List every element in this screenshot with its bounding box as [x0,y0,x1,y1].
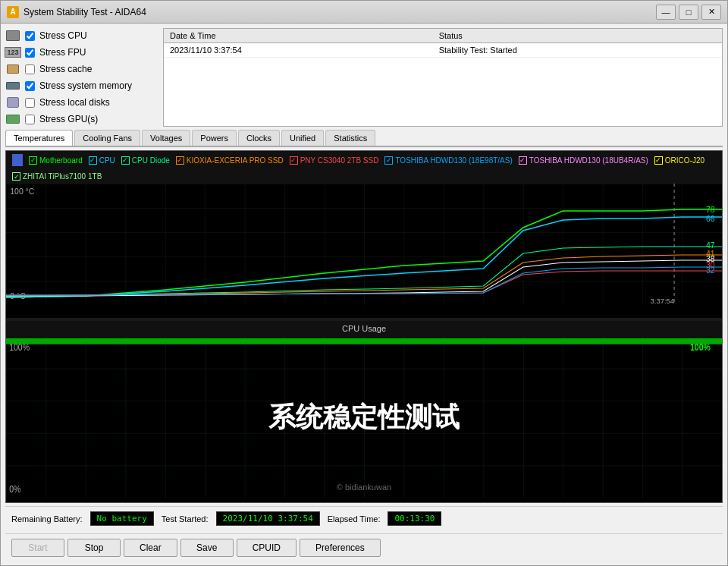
legend-cpu-diode[interactable]: ✓ CPU Diode [121,156,170,165]
stress-memory-checkbox[interactable] [25,81,35,91]
svg-text:100%: 100% [690,341,711,353]
svg-text:100%: 100% [9,341,30,353]
cpuid-button[interactable]: CPUID [237,539,297,557]
stress-cpu-label: Stress CPU [39,30,87,41]
close-button[interactable]: ✕ [701,5,721,20]
legend-kioxia[interactable]: ✓ KIOXIA-EXCERIA PRO SSD [176,156,284,165]
svg-text:32: 32 [706,266,715,275]
svg-rect-13 [6,338,722,344]
svg-text:78: 78 [706,206,715,214]
svg-text:66: 66 [706,215,715,223]
cache-icon [5,63,20,75]
gpu-icon [5,113,20,125]
copyright-text: © bidiankuwan [337,483,391,492]
minimize-button[interactable]: — [656,5,676,20]
tab-voltages[interactable]: Voltages [142,130,190,146]
svg-text:0%: 0% [9,483,20,495]
stress-options-panel: Stress CPU 123 Stress FPU Stress ca [5,28,157,127]
test-started-label: Test Started: [162,514,209,524]
preferences-button[interactable]: Preferences [300,539,381,557]
battery-value: No battery [90,511,154,526]
ram-icon [5,80,20,92]
status-value: Stability Test: Started [433,43,722,58]
svg-text:100 °C: 100 °C [10,187,34,196]
stress-fpu-item: 123 Stress FPU [5,45,157,60]
tab-statistics[interactable]: Statistics [325,130,375,146]
stop-button[interactable]: Stop [67,539,121,557]
start-button[interactable]: Start [11,539,64,557]
save-button[interactable]: Save [180,539,234,557]
stress-memory-item: Stress system memory [5,78,157,93]
temp-graph: 100 °C 0 °C [6,184,722,305]
app-icon: A [7,6,19,18]
svg-text:47: 47 [706,241,715,250]
legend-orico[interactable]: ✓ ORICO-J20 [654,156,704,165]
window-title: System Stability Test - AIDA64 [24,7,656,17]
tab-powers[interactable]: Powers [192,130,237,146]
maximize-button[interactable]: □ [679,5,698,20]
cpu-icon [5,30,20,42]
stress-gpu-checkbox[interactable] [25,115,35,124]
stress-disks-item: Stress local disks [5,95,157,110]
stress-cache-checkbox[interactable] [25,64,35,74]
legend-motherboard[interactable]: ✓ Motherboard [29,156,83,165]
stress-cpu-checkbox[interactable] [25,31,35,41]
legend-pny[interactable]: ✓ PNY CS3040 2TB SSD [290,156,379,165]
main-window: A System Stability Test - AIDA64 — □ ✕ S… [0,0,728,566]
cpu-chart: CPU Usage 100% 100% 0% [6,321,722,502]
cpu-chart-title: CPU Usage [6,321,722,336]
test-started-value: 2023/11/10 3:37:54 [216,511,320,526]
tab-clocks[interactable]: Clocks [238,130,280,146]
tab-cooling-fans[interactable]: Cooling Fans [74,130,140,146]
tabs-bar: Temperatures Cooling Fans Voltages Power… [5,130,723,147]
tab-unified[interactable]: Unified [281,130,324,146]
svg-rect-0 [6,184,722,305]
stress-disks-checkbox[interactable] [25,98,35,108]
stress-cache-item: Stress cache [5,61,157,77]
bottom-status-bar: Remaining Battery: No battery Test Start… [5,506,723,530]
bottom-buttons: Start Stop Clear Save CPUID Preferences [5,533,723,561]
battery-label: Remaining Battery: [11,514,83,524]
legend-toshiba1[interactable]: ✓ TOSHIBA HDWD130 (18E98T/AS) [384,156,512,165]
stress-gpu-item: Stress GPU(s) [5,112,157,127]
title-bar: A System Stability Test - AIDA64 — □ ✕ [1,1,727,24]
elapsed-value: 00:13:30 [388,511,441,526]
window-controls: — □ ✕ [656,5,721,20]
status-col-datetime: Date & Time [164,29,433,43]
status-table: Date & Time Status 2023/11/10 3:37:54 St… [163,28,723,127]
legend-cpu[interactable]: ✓ CPU [89,156,115,165]
stress-memory-label: Stress system memory [39,80,132,91]
disk-icon [5,96,20,108]
temp-chart: ✓ Motherboard ✓ CPU ✓ CPU Diode ✓ KIOXIA… [6,151,722,318]
tab-temperatures[interactable]: Temperatures [5,130,73,146]
stress-gpu-label: Stress GPU(s) [39,114,98,124]
fpu-icon: 123 [5,46,20,58]
legend-toshiba2[interactable]: ✓ TOSHIBA HDWD130 (18UB4R/AS) [519,156,648,165]
table-row: 2023/11/10 3:37:54 Stability Test: Start… [164,43,722,58]
chart-area: ✓ Motherboard ✓ CPU ✓ CPU Diode ✓ KIOXIA… [5,150,723,503]
chart-legend: ✓ Motherboard ✓ CPU ✓ CPU Diode ✓ KIOXIA… [6,151,722,184]
stress-disks-label: Stress local disks [39,97,110,108]
status-datetime-value: 2023/11/10 3:37:54 [164,43,433,58]
legend-zhitai[interactable]: ✓ ZHITAI TiPlus7100 1TB [12,172,102,181]
svg-rect-12 [6,336,722,498]
clear-button[interactable]: Clear [124,539,177,557]
cpu-graph: 100% 100% 0% 系统稳定性测试 © bidiankuwan [6,336,722,498]
svg-text:0 °C: 0 °C [10,292,26,300]
stress-cache-label: Stress cache [39,64,92,74]
stress-cpu-item: Stress CPU [5,28,157,43]
scroll-indicator [12,154,23,166]
stress-fpu-checkbox[interactable] [25,48,35,58]
status-col-status: Status [433,29,722,43]
stress-fpu-label: Stress FPU [39,47,86,58]
main-content: Stress CPU 123 Stress FPU Stress ca [1,24,727,565]
top-section: Stress CPU 123 Stress FPU Stress ca [5,28,723,127]
elapsed-label: Elapsed Time: [328,514,381,524]
svg-text:3:37:54: 3:37:54 [651,297,674,305]
